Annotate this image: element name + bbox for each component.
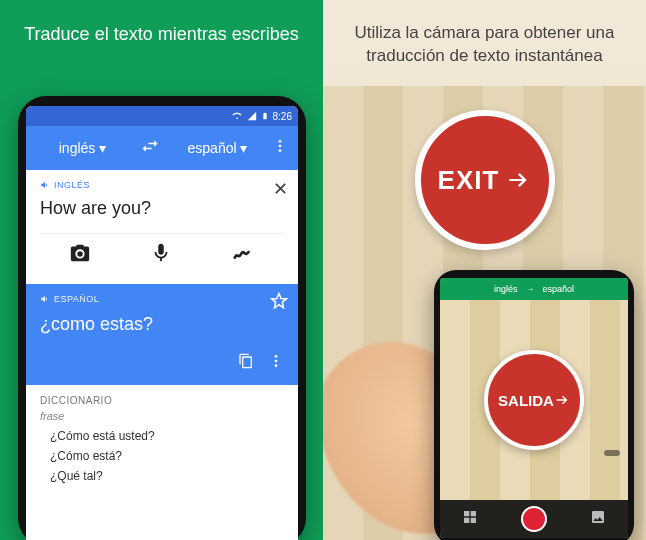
camera-input-button[interactable]	[69, 242, 91, 268]
dictionary-heading: DICCIONARIO	[40, 395, 284, 406]
svg-point-6	[275, 364, 278, 367]
source-lang-label[interactable]: INGLÉS	[40, 180, 284, 190]
chevron-down-icon: ▾	[237, 140, 248, 156]
svg-point-0	[279, 140, 282, 143]
voice-input-button[interactable]	[150, 242, 172, 268]
dictionary-item[interactable]: ¿Cómo está usted?	[40, 426, 284, 446]
mic-icon	[150, 242, 172, 264]
swap-icon	[140, 136, 160, 156]
overflow-menu-button[interactable]	[268, 138, 292, 158]
camera-flash-button[interactable]	[590, 509, 606, 529]
panel-type-translate: Traduce el texto mientras escribes 8:26 …	[0, 0, 323, 540]
image-icon	[590, 509, 606, 525]
shutter-button[interactable]	[521, 506, 547, 532]
arrow-right-icon	[505, 167, 531, 193]
arrow-right-icon: →	[525, 284, 534, 294]
input-tools-row	[40, 233, 284, 278]
clear-input-button[interactable]: ✕	[273, 178, 288, 200]
copy-button[interactable]	[238, 353, 254, 373]
translation-result-card: ESPAÑOL ¿como estas?	[26, 284, 298, 385]
dots-vertical-icon	[268, 353, 284, 369]
svg-point-1	[279, 145, 282, 148]
translated-sign: SALIDA	[484, 350, 584, 450]
dictionary-section: DICCIONARIO frase ¿Cómo está usted? ¿Cóm…	[26, 385, 298, 496]
cam-lang-to: español	[542, 284, 574, 294]
wifi-icon	[231, 111, 243, 121]
phone-frame-left: 8:26 inglés ▾ español ▾ IN	[18, 96, 306, 540]
dictionary-item[interactable]: ¿Cómo está?	[40, 446, 284, 466]
battery-icon	[261, 110, 269, 122]
arrow-right-icon	[554, 392, 570, 408]
handwriting-input-button[interactable]	[231, 242, 255, 268]
language-bar: inglés ▾ español ▾	[26, 126, 298, 170]
lang-from-button[interactable]: inglés ▾	[32, 134, 133, 162]
status-bar: 8:26	[26, 106, 298, 126]
svg-point-5	[275, 360, 278, 363]
camera-lang-bar[interactable]: inglés → español	[440, 278, 628, 300]
swap-languages-button[interactable]	[133, 136, 167, 160]
chevron-down-icon: ▾	[95, 140, 106, 156]
speaker-icon	[40, 180, 50, 190]
lang-to-button[interactable]: español ▾	[167, 134, 268, 162]
translation-text: ¿como estas?	[40, 304, 284, 353]
camera-screen: inglés → español SALIDA	[440, 278, 628, 538]
headline-right: Utiliza la cámara para obtener una tradu…	[323, 0, 646, 90]
target-lang-label[interactable]: ESPAÑOL	[40, 294, 284, 304]
dictionary-pos: frase	[40, 410, 284, 422]
source-input-card: INGLÉS ✕ How are you?	[26, 170, 298, 284]
phone-screen-left: 8:26 inglés ▾ español ▾ IN	[26, 106, 298, 540]
svg-point-4	[275, 355, 278, 358]
camera-back-button[interactable]	[462, 509, 478, 529]
camera-viewfinder: SALIDA	[440, 300, 628, 500]
dictionary-item[interactable]: ¿Qué tal?	[40, 466, 284, 486]
handwriting-icon	[231, 242, 255, 264]
star-icon	[270, 292, 288, 310]
svg-point-2	[279, 149, 282, 152]
original-sign: EXIT	[415, 110, 555, 250]
svg-point-3	[78, 251, 84, 256]
lang-to-label: español	[188, 140, 237, 156]
camera-icon	[69, 242, 91, 264]
copy-icon	[238, 353, 254, 369]
panel-camera-translate: Utiliza la cámara para obtener una tradu…	[323, 0, 646, 540]
favorite-button[interactable]	[270, 292, 288, 314]
cam-lang-from: inglés	[494, 284, 518, 294]
grid-icon	[462, 509, 478, 525]
source-text-input[interactable]: How are you?	[40, 190, 284, 233]
status-pill	[604, 450, 620, 456]
result-overflow-button[interactable]	[268, 353, 284, 373]
camera-controls	[440, 500, 628, 538]
lang-from-label: inglés	[59, 140, 96, 156]
status-time: 8:26	[273, 111, 292, 122]
signal-icon	[247, 111, 257, 121]
phone-frame-right: inglés → español SALIDA	[434, 270, 634, 540]
headline-left: Traduce el texto mientras escribes	[0, 0, 323, 64]
dots-vertical-icon	[272, 138, 288, 154]
speaker-icon	[40, 294, 50, 304]
